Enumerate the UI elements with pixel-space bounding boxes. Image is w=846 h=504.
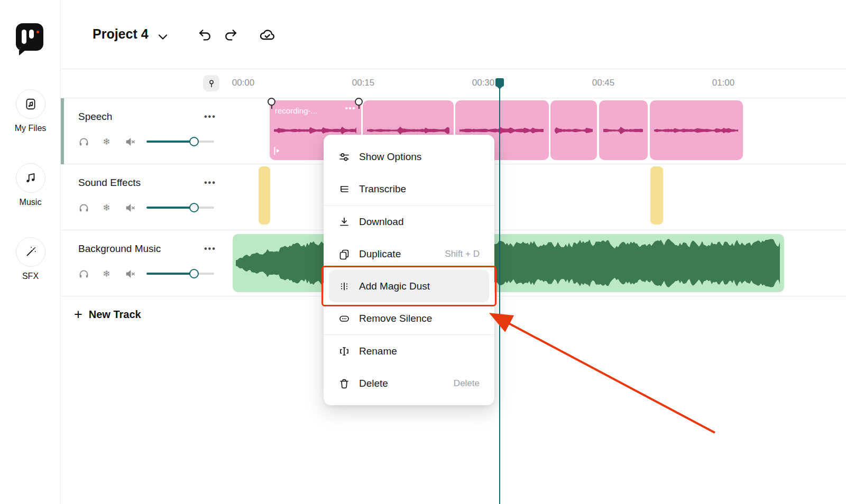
- background-music-clip[interactable]: [233, 234, 784, 292]
- menu-item-label: Download: [359, 216, 404, 228]
- menu-item-label: Show Options: [359, 151, 421, 163]
- new-track-button[interactable]: + New Track: [74, 306, 141, 323]
- marker-pin-button[interactable]: [203, 75, 219, 91]
- headphones-icon[interactable]: [78, 202, 89, 213]
- volume-slider-thumb[interactable]: [189, 137, 199, 146]
- headphones-icon[interactable]: [78, 268, 89, 279]
- redo-button[interactable]: [223, 27, 238, 42]
- clip-trim-marker-icon[interactable]: [355, 98, 363, 106]
- ruler-time: 00:45: [580, 78, 627, 88]
- freeze-icon[interactable]: ❄: [103, 136, 110, 147]
- plus-icon: +: [74, 306, 82, 323]
- freeze-icon[interactable]: ❄: [103, 268, 110, 279]
- music-notes-icon[interactable]: [16, 163, 45, 193]
- menu-item-label: Add Magic Dust: [359, 281, 430, 292]
- sidebar-item-label: Music: [0, 198, 61, 207]
- speech-clip-5[interactable]: [599, 100, 648, 160]
- sidebar: My Files Music SFX: [0, 0, 61, 504]
- speech-clip-6[interactable]: [650, 100, 743, 160]
- mute-icon[interactable]: [125, 136, 136, 147]
- track-menu-button[interactable]: •••: [204, 112, 216, 122]
- track-name-sound-effects[interactable]: Sound Effects: [78, 177, 141, 189]
- sidebar-item-label: My Files: [0, 124, 61, 133]
- menu-item-shortcut: Shift + D: [445, 249, 480, 259]
- playhead-line[interactable]: [499, 88, 500, 504]
- menu-item-rename[interactable]: Rename: [329, 335, 489, 367]
- clip-play-icon[interactable]: [274, 147, 281, 155]
- ruler-time: 00:15: [339, 78, 387, 88]
- menu-item-duplicate[interactable]: Duplicate Shift + D: [329, 238, 489, 270]
- sidebar-item-sfx[interactable]: SFX: [0, 237, 61, 281]
- cloud-sync-icon[interactable]: [258, 26, 276, 43]
- volume-slider[interactable]: [146, 207, 214, 209]
- track-menu-button[interactable]: •••: [204, 244, 216, 254]
- ruler-time: 00:00: [219, 78, 267, 88]
- menu-item-add-magic-dust[interactable]: Add Magic Dust: [329, 270, 489, 302]
- app-logo-icon[interactable]: [16, 23, 43, 51]
- magic-wand-icon[interactable]: [16, 237, 45, 267]
- sidebar-item-music[interactable]: Music: [0, 163, 61, 207]
- menu-item-remove-silence[interactable]: Remove Silence: [329, 302, 489, 334]
- menu-item-delete[interactable]: Delete Delete: [329, 367, 489, 399]
- mute-icon[interactable]: [125, 268, 136, 279]
- undo-button[interactable]: [198, 27, 213, 42]
- headphones-icon[interactable]: [78, 136, 89, 147]
- file-music-icon[interactable]: [16, 89, 45, 119]
- menu-item-shortcut: Delete: [454, 378, 480, 389]
- track-name-speech[interactable]: Speech: [78, 111, 112, 123]
- clip-context-menu: Show Options Transcribe Download Duplica…: [324, 135, 494, 405]
- volume-slider-thumb[interactable]: [189, 203, 199, 212]
- sfx-clip-1[interactable]: [259, 166, 270, 225]
- menu-item-label: Delete: [359, 378, 388, 389]
- menu-item-label: Rename: [359, 346, 397, 357]
- freeze-icon[interactable]: ❄: [103, 202, 110, 213]
- playhead-marker[interactable]: [495, 78, 504, 87]
- clip-name: recording-...: [275, 106, 317, 115]
- menu-item-label: Transcribe: [359, 183, 406, 195]
- track-name-background-music[interactable]: Background Music: [78, 243, 161, 255]
- volume-slider[interactable]: [146, 273, 214, 275]
- new-track-label: New Track: [89, 309, 141, 321]
- menu-item-label: Remove Silence: [359, 313, 432, 324]
- sidebar-item-label: SFX: [0, 272, 61, 281]
- track-accent-speech: [61, 98, 64, 164]
- mute-icon[interactable]: [125, 202, 136, 213]
- track-menu-button[interactable]: •••: [204, 178, 216, 188]
- speech-clip-4[interactable]: [550, 100, 597, 160]
- menu-item-transcribe[interactable]: Transcribe: [329, 173, 489, 205]
- project-chevron-down-icon[interactable]: [157, 31, 169, 43]
- volume-slider[interactable]: [146, 141, 214, 143]
- volume-slider-thumb[interactable]: [189, 269, 199, 278]
- menu-item-download[interactable]: Download: [329, 206, 489, 238]
- menu-item-show-options[interactable]: Show Options: [329, 141, 489, 173]
- clip-menu-button[interactable]: •••: [345, 104, 356, 113]
- ruler-time: 01:00: [700, 78, 747, 88]
- project-title[interactable]: Project 4: [93, 26, 149, 42]
- clip-trim-marker-icon[interactable]: [268, 98, 275, 106]
- menu-item-label: Duplicate: [359, 248, 401, 260]
- sfx-clip-2[interactable]: [650, 166, 663, 225]
- sidebar-item-my-files[interactable]: My Files: [0, 89, 61, 133]
